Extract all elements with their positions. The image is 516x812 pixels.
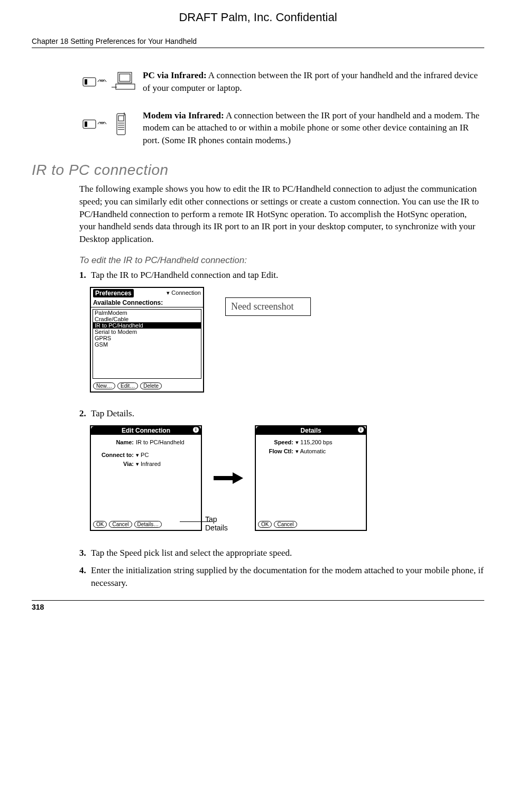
step-1: 1. Tap the IR to PC/Handheld connection … — [79, 269, 484, 282]
step-number: 2. — [79, 407, 91, 420]
step-text: Enter the initialization string supplied… — [91, 564, 484, 590]
draft-header: DRAFT Palm, Inc. Confidential — [32, 11, 484, 24]
dialog-title-text: Edit Connection — [122, 427, 170, 434]
list-item-selected[interactable]: IR to PC/Handheld — [93, 322, 201, 329]
via-dropdown[interactable]: ▾ Infrared — [136, 461, 161, 468]
step-3: 3. Tap the Speed pick list and select th… — [79, 547, 484, 559]
list-item[interactable]: GSM — [93, 341, 201, 348]
section-heading: IR to PC connection — [32, 162, 484, 179]
form-row: Connect to: ▾ PC — [91, 451, 201, 460]
svg-rect-1 — [85, 79, 87, 85]
list-item[interactable]: GPRS — [93, 335, 201, 341]
chapter-line: Chapter 18 Setting Preferences for Your … — [32, 37, 484, 48]
details-button[interactable]: Details… — [134, 521, 162, 528]
definition-label: Modem via Infrared: — [143, 110, 224, 120]
svg-rect-3 — [119, 74, 130, 81]
dialog-title: Edit Connection i — [91, 426, 201, 435]
delete-button[interactable]: Delete — [140, 382, 162, 389]
form-label: Connect to: — [94, 452, 136, 459]
dialog-title-text: Details — [300, 427, 321, 434]
list-item[interactable]: PalmModem — [93, 310, 201, 316]
form-label: Flow Ctl: — [259, 448, 296, 455]
step-number: 4. — [79, 564, 91, 590]
step-text: Tap the IR to PC/Handheld connection and… — [91, 269, 484, 282]
form-row: Speed: ▾ 115,200 bps — [256, 438, 366, 447]
form-label: Via: — [94, 461, 136, 468]
list-item[interactable]: Serial to Modem — [93, 329, 201, 335]
step-number: 1. — [79, 269, 91, 282]
edit-button[interactable]: Edit… — [117, 382, 138, 389]
ok-button[interactable]: OK — [93, 521, 107, 528]
step-text: Tap the Speed pick list and select the a… — [91, 547, 484, 559]
form-row: Name: IR to PC/Handheld — [91, 438, 201, 446]
arrow-right-icon — [213, 470, 244, 486]
step-2: 2. Tap Details. — [79, 407, 484, 420]
details-screenshot: Details i Speed: ▾ 115,200 bps Flow Ctl:… — [255, 425, 367, 531]
svg-rect-7 — [85, 122, 87, 127]
form-label: Name: — [94, 439, 136, 445]
definition-pc-via-infrared: PC via Infrared: A connection between th… — [79, 69, 484, 95]
dialog-title: Details i — [256, 426, 366, 435]
speed-dropdown[interactable]: ▾ 115,200 bps — [296, 439, 333, 446]
screenshot-category-dropdown[interactable]: ▾ Connection — [167, 290, 201, 296]
screenshot-subtitle: Available Connections: — [91, 298, 203, 307]
tap-details-callout: TapDetails — [205, 515, 228, 532]
screenshot-title: Preferences — [93, 289, 134, 297]
handheld-to-phone-icon — [79, 109, 143, 147]
cancel-button[interactable]: Cancel — [109, 521, 132, 528]
connect-to-dropdown[interactable]: ▾ PC — [136, 452, 149, 459]
page-number: 318 — [32, 600, 484, 611]
info-icon[interactable]: i — [358, 427, 364, 433]
svg-rect-4 — [116, 84, 135, 89]
connection-list[interactable]: PalmModem Cradle/Cable IR to PC/Handheld… — [93, 309, 201, 379]
definition-modem-via-infrared: Modem via Infrared: A connection between… — [79, 109, 484, 147]
preferences-screenshot: Preferences ▾ Connection Available Conne… — [90, 287, 204, 393]
step-text: Tap Details. — [91, 407, 484, 420]
body-paragraph: The following example shows you how to e… — [79, 183, 484, 246]
step-number: 3. — [79, 547, 91, 559]
cancel-button[interactable]: Cancel — [274, 521, 297, 528]
new-button[interactable]: New… — [93, 382, 115, 389]
edit-connection-screenshot: Edit Connection i Name: IR to PC/Handhel… — [90, 425, 202, 531]
step-4: 4. Enter the initialization string suppl… — [79, 564, 484, 590]
ok-button[interactable]: OK — [258, 521, 272, 528]
form-row: Flow Ctl: ▾ Automatic — [256, 447, 366, 456]
name-field[interactable]: IR to PC/Handheld — [136, 439, 185, 445]
form-label: Speed: — [259, 439, 296, 446]
svg-rect-9 — [118, 116, 124, 121]
svg-marker-16 — [233, 472, 243, 484]
list-item[interactable]: Cradle/Cable — [93, 316, 201, 322]
need-screenshot-note: Need screenshot — [225, 297, 311, 316]
form-row: Via: ▾ Infrared — [91, 460, 201, 469]
definition-label: PC via Infrared: — [143, 70, 207, 80]
info-icon[interactable]: i — [193, 427, 199, 433]
handheld-to-pc-icon — [79, 69, 143, 95]
procedure-heading: To edit the IR to PC/Handheld connection… — [79, 255, 484, 266]
flow-ctl-dropdown[interactable]: ▾ Automatic — [296, 448, 326, 455]
